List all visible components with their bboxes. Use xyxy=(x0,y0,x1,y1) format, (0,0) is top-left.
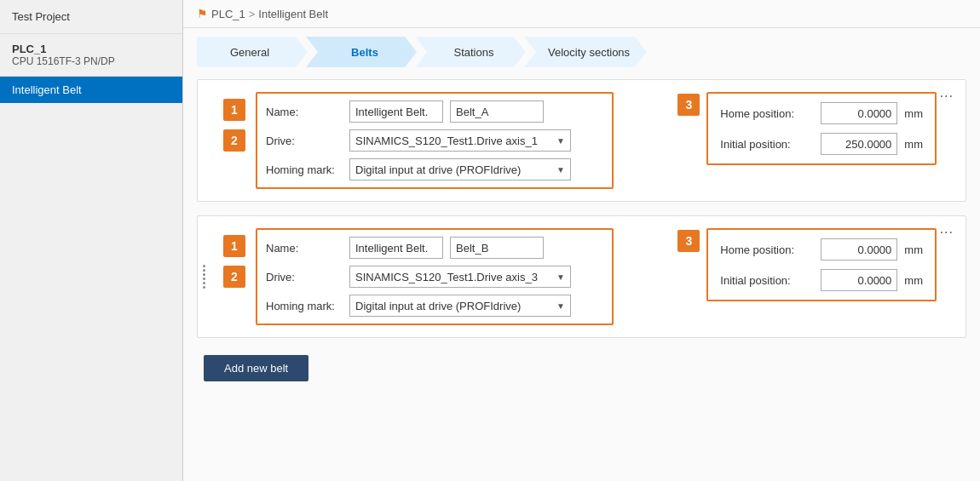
init-pos-input-b[interactable] xyxy=(821,269,897,291)
name-value-input-a[interactable] xyxy=(450,100,544,123)
name-row-b: Name: xyxy=(266,237,603,259)
homing-row-b: Homing mark: Digital input at drive (PRO… xyxy=(266,295,603,317)
breadcrumb-page: Intelligent Belt xyxy=(258,8,328,20)
drive-select-text-b: SINAMICS_S120_Test1.Drive axis_3 xyxy=(355,271,551,283)
wizard-tabs: General Belts Stations Velocity sections xyxy=(183,28,980,67)
drive-row-b: Drive: SINAMICS_S120_Test1.Drive axis_3 … xyxy=(266,266,603,288)
homing-select-a[interactable]: Digital input at drive (PROFIdrive) ▼ xyxy=(349,158,571,180)
badge-3-belt-b: 3 xyxy=(677,230,700,252)
sidebar: Test Project PLC_1 CPU 1516TF-3 PN/DP In… xyxy=(0,0,183,481)
device-type: CPU 1516TF-3 PN/DP xyxy=(12,55,170,67)
badge-1-belt-b: 1 xyxy=(223,235,245,257)
drive-select-b[interactable]: SINAMICS_S120_Test1.Drive axis_3 ▼ xyxy=(349,266,571,288)
init-pos-label-b: Initial position: xyxy=(720,274,814,287)
tab-general[interactable]: General xyxy=(197,37,308,67)
home-pos-unit-b: mm xyxy=(904,243,923,256)
home-pos-input-a[interactable] xyxy=(821,102,897,124)
name-prefix-input-b[interactable] xyxy=(349,237,443,259)
homing-dropdown-arrow-b[interactable]: ▼ xyxy=(556,301,565,311)
homing-select-text-a: Digital input at drive (PROFIdrive) xyxy=(355,163,551,176)
name-value-input-b[interactable] xyxy=(450,237,544,259)
homing-row-a: Homing mark: Digital input at drive (PRO… xyxy=(266,158,603,180)
flag-icon: ⚑ xyxy=(197,7,208,20)
more-menu-belt-b[interactable]: ··· xyxy=(940,225,954,240)
home-pos-input-b[interactable] xyxy=(821,238,897,261)
init-pos-row-a: Initial position: mm xyxy=(720,133,923,155)
homing-dropdown-arrow-a[interactable]: ▼ xyxy=(556,165,565,175)
name-row-a: Name: xyxy=(266,100,603,123)
homing-label-b: Homing mark: xyxy=(266,300,343,312)
init-pos-row-b: Initial position: mm xyxy=(720,269,923,291)
belt-card-a: ··· 1 2 Name: Drive: xyxy=(197,79,966,202)
badge-2-belt-a: 2 xyxy=(223,129,245,152)
drive-label-b: Drive: xyxy=(266,271,343,283)
drive-row-a: Drive: SINAMICS_S120_Test1.Drive axis_1 … xyxy=(266,129,603,152)
breadcrumb-separator: > xyxy=(249,8,256,20)
home-pos-row-b: Home position: mm xyxy=(720,238,923,261)
position-section-belt-a: Home position: mm Initial position: mm xyxy=(706,92,937,165)
device-info: PLC_1 CPU 1516TF-3 PN/DP xyxy=(0,34,182,77)
init-pos-unit-a: mm xyxy=(904,138,923,151)
init-pos-unit-b: mm xyxy=(904,274,923,287)
breadcrumb: ⚑ PLC_1 > Intelligent Belt xyxy=(197,7,328,20)
tab-belts[interactable]: Belts xyxy=(306,37,417,67)
position-section-belt-b: Home position: mm Initial position: mm xyxy=(706,228,937,301)
breadcrumb-device: PLC_1 xyxy=(211,8,245,20)
add-new-belt-button[interactable]: Add new belt xyxy=(204,355,308,381)
homing-select-text-b: Digital input at drive (PROFIdrive) xyxy=(355,300,551,312)
belt-card-b: ··· 1 2 Name: Drive: xyxy=(197,215,966,338)
drive-select-a[interactable]: SINAMICS_S120_Test1.Drive axis_1 ▼ xyxy=(349,129,571,152)
content-area: ··· 1 2 Name: Drive: xyxy=(183,67,980,481)
drive-label-a: Drive: xyxy=(266,135,343,147)
project-label: Test Project xyxy=(0,0,182,34)
more-menu-belt-a[interactable]: ··· xyxy=(940,89,954,104)
homing-select-b[interactable]: Digital input at drive (PROFIdrive) ▼ xyxy=(349,295,571,317)
badge-2-belt-b: 2 xyxy=(223,266,245,288)
sidebar-item-intelligent-belt[interactable]: Intelligent Belt xyxy=(0,77,182,103)
badge-3-belt-a: 3 xyxy=(677,94,700,116)
home-pos-unit-a: mm xyxy=(904,107,923,120)
home-pos-row-a: Home position: mm xyxy=(720,102,923,124)
main-panel: ⚑ PLC_1 > Intelligent Belt General Belts… xyxy=(183,0,980,481)
home-pos-label-a: Home position: xyxy=(720,107,814,120)
name-prefix-input-a[interactable] xyxy=(349,100,443,123)
form-section-belt-a: Name: Drive: SINAMICS_S120_Test1.Drive a… xyxy=(256,92,614,189)
form-section-belt-b: Name: Drive: SINAMICS_S120_Test1.Drive a… xyxy=(256,228,614,325)
device-name: PLC_1 xyxy=(12,43,170,55)
homing-label-a: Homing mark: xyxy=(266,163,343,176)
drive-dropdown-arrow-a[interactable]: ▼ xyxy=(556,136,565,146)
drag-handle-b[interactable] xyxy=(203,265,205,289)
name-label-a: Name: xyxy=(266,106,343,118)
header: ⚑ PLC_1 > Intelligent Belt xyxy=(183,0,980,28)
name-label-b: Name: xyxy=(266,242,343,255)
badge-1-belt-a: 1 xyxy=(223,99,245,121)
drive-dropdown-arrow-b[interactable]: ▼ xyxy=(556,272,565,282)
tab-stations[interactable]: Stations xyxy=(415,37,526,67)
home-pos-label-b: Home position: xyxy=(720,243,814,256)
init-pos-label-a: Initial position: xyxy=(720,138,814,151)
drive-select-text-a: SINAMICS_S120_Test1.Drive axis_1 xyxy=(355,135,551,147)
tab-velocity[interactable]: Velocity sections xyxy=(524,37,647,67)
init-pos-input-a[interactable] xyxy=(821,133,897,155)
